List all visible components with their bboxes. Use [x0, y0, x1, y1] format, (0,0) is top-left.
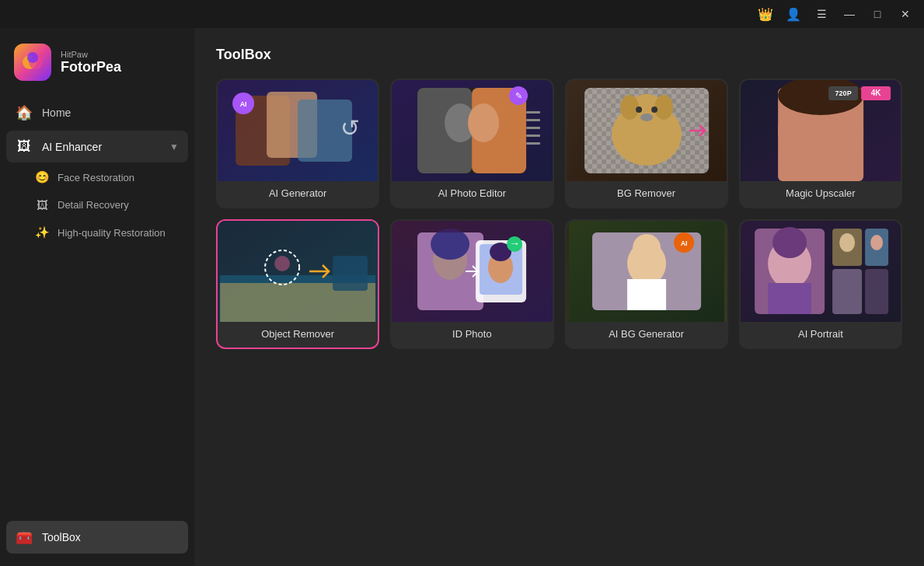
- toolbox-nav: 🧰 ToolBox: [0, 521, 194, 566]
- crown-icon[interactable]: 👑: [753, 2, 778, 26]
- sidebar-ai-enhancer-label: AI Enhancer: [42, 141, 102, 153]
- tool-label-object-remover: Object Remover: [218, 322, 378, 348]
- sidebar-item-ai-enhancer[interactable]: 🖼 AI Enhancer ▼: [6, 131, 188, 162]
- tool-label-ai-generator: AI Generator: [218, 181, 378, 207]
- tools-grid: AI ↺ AI Generator: [216, 79, 902, 349]
- svg-point-47: [274, 256, 290, 271]
- svg-rect-66: [627, 279, 666, 310]
- sidebar-item-high-quality-restoration[interactable]: ✨ High-quality Restoration: [6, 219, 188, 246]
- tool-card-magic-upscaler[interactable]: 720P 4K Magic Upscaler: [739, 79, 902, 208]
- tool-card-ai-bg-generator[interactable]: AI AI BG Generator: [565, 219, 728, 349]
- svg-text:→: →: [509, 237, 520, 250]
- main-content: ToolBox: [194, 28, 924, 566]
- tool-card-ai-generator[interactable]: AI ↺ AI Generator: [216, 79, 379, 208]
- titlebar: 👑 👤 ☰ — □ ✕: [0, 0, 924, 28]
- sidebar-item-face-restoration[interactable]: 😊 Face Restoration: [6, 164, 188, 190]
- svg-text:AI: AI: [680, 239, 687, 247]
- toolbox-icon: 🧰: [16, 529, 33, 546]
- svg-text:✎: ✎: [515, 91, 522, 100]
- maximize-button[interactable]: □: [865, 2, 890, 26]
- tool-card-ai-portrait[interactable]: AI Portrait: [739, 219, 902, 349]
- tool-thumb-magic-upscaler: 720P 4K: [741, 80, 901, 181]
- tool-label-ai-photo-editor: AI Photo Editor: [392, 181, 552, 207]
- home-icon: 🏠: [16, 104, 33, 121]
- tool-thumb-bg-remover: [567, 80, 727, 181]
- svg-rect-49: [333, 256, 368, 291]
- svg-rect-77: [865, 269, 888, 314]
- logo-brand: HitPaw: [61, 50, 121, 59]
- svg-point-79: [870, 235, 883, 250]
- detail-recovery-icon: 🖼: [34, 198, 50, 211]
- titlebar-icons: 👑 👤 ☰ — □ ✕: [753, 2, 918, 26]
- tool-card-id-photo[interactable]: → ID Photo: [390, 219, 553, 349]
- ai-enhancer-icon: 🖼: [16, 138, 33, 155]
- svg-point-33: [636, 107, 642, 113]
- high-quality-label: High-quality Restoration: [58, 227, 166, 239]
- user-icon[interactable]: 👤: [781, 2, 806, 26]
- svg-text:720P: 720P: [835, 89, 851, 97]
- chevron-down-icon: ▼: [169, 142, 179, 152]
- sidebar: HitPaw FotorPea 🏠 Home 🖼 AI Enhancer ▼ 😊…: [0, 28, 194, 566]
- sidebar-item-toolbox[interactable]: 🧰 ToolBox: [6, 521, 188, 554]
- sidebar-nav: 🏠 Home 🖼 AI Enhancer ▼: [0, 96, 194, 162]
- app-logo-icon: [14, 44, 51, 81]
- svg-text:4K: 4K: [870, 89, 881, 97]
- tool-thumb-ai-bg-generator: AI: [567, 221, 727, 322]
- svg-point-34: [651, 107, 657, 113]
- sub-nav: 😊 Face Restoration 🖼 Detail Recovery ✨ H…: [0, 164, 194, 246]
- tool-thumb-ai-generator: AI ↺: [218, 80, 378, 181]
- menu-icon[interactable]: ☰: [809, 2, 834, 26]
- tool-label-bg-remover: BG Remover: [567, 181, 727, 207]
- face-restoration-icon: 😊: [34, 170, 50, 184]
- tool-thumb-ai-portrait: [741, 221, 901, 322]
- svg-point-72: [772, 227, 807, 258]
- tool-label-magic-upscaler: Magic Upscaler: [741, 181, 901, 207]
- tool-label-ai-bg-generator: AI BG Generator: [567, 322, 727, 348]
- sidebar-item-detail-recovery[interactable]: 🖼 Detail Recovery: [6, 192, 188, 218]
- tool-thumb-id-photo: →: [392, 221, 552, 322]
- sidebar-home-label: Home: [42, 107, 71, 119]
- svg-text:↺: ↺: [340, 115, 360, 141]
- tool-card-object-remover[interactable]: Object Remover: [216, 219, 379, 349]
- close-button[interactable]: ✕: [893, 2, 918, 26]
- svg-rect-73: [768, 283, 811, 314]
- svg-rect-22: [526, 142, 540, 145]
- tool-card-ai-photo-editor[interactable]: ✎ AI Photo Editor: [390, 79, 553, 208]
- face-restoration-label: Face Restoration: [58, 172, 134, 183]
- logo-name: FotorPea: [61, 59, 121, 75]
- svg-text:AI: AI: [240, 100, 247, 108]
- tool-label-ai-portrait: AI Portrait: [741, 322, 901, 348]
- tool-thumb-object-remover: [218, 221, 378, 322]
- page-title: ToolBox: [216, 47, 902, 63]
- svg-rect-76: [832, 269, 862, 314]
- svg-point-32: [654, 95, 673, 120]
- svg-point-15: [468, 103, 499, 142]
- svg-rect-19: [526, 119, 540, 121]
- high-quality-icon: ✨: [34, 225, 50, 239]
- toolbox-label: ToolBox: [42, 531, 81, 543]
- svg-point-65: [633, 234, 661, 262]
- svg-point-2: [27, 52, 38, 63]
- svg-rect-21: [526, 135, 540, 137]
- svg-point-31: [620, 95, 639, 120]
- svg-rect-18: [526, 111, 540, 114]
- detail-recovery-label: Detail Recovery: [58, 199, 129, 211]
- tool-label-id-photo: ID Photo: [392, 322, 552, 348]
- minimize-button[interactable]: —: [837, 2, 862, 26]
- svg-rect-20: [526, 127, 540, 129]
- svg-point-78: [839, 233, 855, 252]
- sidebar-item-home[interactable]: 🏠 Home: [6, 96, 188, 129]
- app-layout: HitPaw FotorPea 🏠 Home 🖼 AI Enhancer ▼ 😊…: [0, 28, 924, 566]
- tool-thumb-ai-photo-editor: ✎: [392, 80, 552, 181]
- logo-text: HitPaw FotorPea: [61, 50, 121, 75]
- tool-card-bg-remover[interactable]: BG Remover: [565, 79, 728, 208]
- logo-section: HitPaw FotorPea: [0, 34, 194, 96]
- svg-point-35: [640, 114, 653, 121]
